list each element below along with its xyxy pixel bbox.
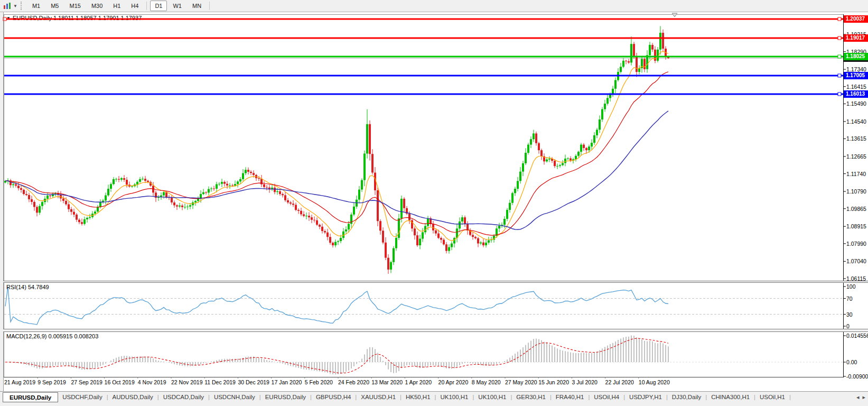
date-label: 11 Dec 2019 bbox=[204, 379, 236, 385]
tab-usdcnh-daily[interactable]: USDCNH,Daily bbox=[210, 392, 259, 402]
tab-usdjpy-h1[interactable]: USDJPY,H1 bbox=[625, 392, 666, 402]
tab-uk100-h1[interactable]: UK100,H1 bbox=[436, 392, 472, 402]
price-axis-tick: 1.15490 bbox=[846, 100, 866, 107]
tab-usoil-h1[interactable]: USOil,H1 bbox=[755, 392, 789, 402]
toolbar-grip[interactable] bbox=[21, 2, 24, 10]
tab-eurusd-daily[interactable]: EURUSD,Daily bbox=[261, 392, 310, 402]
date-label: 20 Apr 2020 bbox=[438, 379, 469, 385]
chart-window[interactable] bbox=[3, 12, 868, 391]
date-label: 17 Jan 2020 bbox=[272, 379, 302, 385]
date-label: 30 Dec 2019 bbox=[238, 379, 269, 385]
chart-presets-icon[interactable] bbox=[2, 2, 13, 10]
date-label: 27 May 2020 bbox=[505, 379, 537, 385]
tf-button-m15[interactable]: M15 bbox=[64, 1, 85, 11]
macd-scale-label: 0.014556 bbox=[846, 333, 868, 339]
price-axis-tick: 1.08915 bbox=[846, 223, 866, 229]
price-axis-tick: 1.16415 bbox=[846, 84, 866, 90]
tab-eurusd-daily[interactable]: EURUSD,Daily bbox=[3, 392, 58, 402]
price-axis-tick: 1.10790 bbox=[846, 188, 866, 195]
tf-button-h1[interactable]: H1 bbox=[108, 1, 125, 11]
hline-price-label: 1.16013 bbox=[844, 90, 868, 98]
hline-price-label: 1.19017 bbox=[844, 34, 868, 42]
date-label: 3 Jul 2020 bbox=[572, 379, 597, 385]
rsi-scale-label: 30 bbox=[846, 311, 853, 318]
tab-audusd-daily[interactable]: AUDUSD,Daily bbox=[108, 392, 157, 402]
tf-button-m1[interactable]: M1 bbox=[27, 1, 45, 11]
date-label: 21 Aug 2019 bbox=[4, 379, 35, 385]
chart-tab-bar: EURUSD,DailyUSDCHF,Daily|AUDUSD,Daily|US… bbox=[0, 391, 868, 406]
tab-gbpusd-h4[interactable]: GBPUSD,H4 bbox=[312, 392, 355, 402]
chevron-down-icon[interactable]: ▼ bbox=[13, 4, 17, 8]
date-label: 5 Feb 2020 bbox=[305, 379, 333, 385]
rsi-scale-label: 100 bbox=[846, 283, 856, 290]
date-label: 13 Mar 2020 bbox=[371, 379, 403, 385]
tab-hk50-h1[interactable]: HK50,H1 bbox=[402, 392, 435, 402]
tab-scroll-left-icon[interactable]: ◂ bbox=[856, 394, 860, 401]
collapse-arrow-icon[interactable]: ▼ bbox=[6, 16, 11, 21]
date-label: 10 Aug 2020 bbox=[639, 379, 670, 385]
tf-button-h4[interactable]: H4 bbox=[126, 1, 143, 11]
timeframe-buttons: M1M5M15M30H1H4D1W1MN bbox=[27, 1, 212, 11]
date-label: 16 Oct 2019 bbox=[105, 379, 135, 385]
tf-button-d1[interactable]: D1 bbox=[150, 1, 167, 11]
tab-scroll-arrows: ◂ ▸ bbox=[854, 392, 868, 402]
tab-usoil-h4[interactable]: USOil,H4 bbox=[590, 392, 623, 402]
date-label: 15 Jun 2020 bbox=[538, 379, 569, 385]
terminal-window: ▼ M1M5M15M30H1H4D1W1MN ▼EURUSD,Daily 1.1… bbox=[0, 0, 868, 406]
macd-scale-label: 0.00 bbox=[846, 359, 857, 365]
rsi-label: RSI(14) 54.7849 bbox=[6, 284, 49, 290]
date-label: 22 Jul 2020 bbox=[605, 379, 634, 385]
date-label: 4 Nov 2019 bbox=[138, 379, 166, 385]
tab-ger30-h1[interactable]: GER30,H1 bbox=[512, 392, 550, 402]
date-label: 8 May 2020 bbox=[472, 379, 501, 385]
hline-price-label: 1.17005 bbox=[844, 72, 868, 79]
date-label: 27 Sep 2019 bbox=[71, 379, 102, 385]
price-axis-tick: 1.09865 bbox=[846, 206, 866, 212]
price-axis-tick: 1.11740 bbox=[846, 171, 866, 177]
tab-china300-h1[interactable]: CHINA300,H1 bbox=[707, 392, 754, 402]
tf-button-m5[interactable]: M5 bbox=[46, 1, 63, 11]
chart-title: ▼EURUSD,Daily 1.18011 1.18057 1.17901 1.… bbox=[6, 15, 142, 21]
price-axis-tick: 1.12665 bbox=[846, 153, 866, 160]
date-label: 9 Sep 2019 bbox=[38, 379, 66, 385]
tab-dj30-daily[interactable]: DJ30,Daily bbox=[668, 392, 706, 402]
tf-button-mn[interactable]: MN bbox=[188, 1, 206, 11]
toolbar-separator bbox=[209, 2, 210, 10]
hline-price-label: 1.18025 bbox=[844, 53, 868, 60]
rsi-scale-label: 0 bbox=[846, 323, 850, 329]
macd-scale-label: -0.009001 bbox=[846, 373, 868, 380]
price-axis-tick: 1.07040 bbox=[846, 258, 866, 264]
tab-fra40-h1[interactable]: FRA40,H1 bbox=[552, 392, 589, 402]
timeframe-toolbar: ▼ M1M5M15M30H1H4D1W1MN bbox=[0, 0, 868, 12]
date-label: 22 Nov 2019 bbox=[171, 379, 203, 385]
tf-button-m30[interactable]: M30 bbox=[87, 1, 107, 11]
tab-scroll-right-icon[interactable]: ▸ bbox=[862, 394, 865, 401]
price-axis-tick: 1.13615 bbox=[846, 135, 866, 142]
date-label: 1 Apr 2020 bbox=[405, 379, 432, 385]
hline-price-label: 1.20037 bbox=[844, 15, 868, 23]
price-axis-tick: 1.07990 bbox=[846, 241, 866, 247]
price-axis-tick: 1.06115 bbox=[846, 275, 866, 282]
tf-button-w1[interactable]: W1 bbox=[168, 1, 186, 11]
date-label: 24 Feb 2020 bbox=[338, 379, 369, 385]
rsi-scale-label: 70 bbox=[846, 296, 853, 302]
tab-usdcad-daily[interactable]: USDCAD,Daily bbox=[159, 392, 208, 402]
price-axis-tick: 1.14540 bbox=[846, 118, 866, 125]
pane-splitter[interactable] bbox=[3, 281, 868, 283]
chart-title-text: EURUSD,Daily 1.18011 1.18057 1.17901 1.1… bbox=[13, 15, 142, 21]
tab-xauusd-h1[interactable]: XAUUSD,H1 bbox=[357, 392, 400, 402]
tab-usdchf-daily[interactable]: USDCHF,Daily bbox=[58, 392, 106, 402]
tab-separator: | bbox=[789, 392, 791, 400]
tab-uk100-h1[interactable]: UK100,H1 bbox=[474, 392, 510, 402]
pane-splitter[interactable] bbox=[3, 329, 868, 332]
macd-label: MACD(12,26,9) 0.005915 0.008203 bbox=[6, 333, 98, 339]
toolbar-separator bbox=[146, 2, 147, 10]
